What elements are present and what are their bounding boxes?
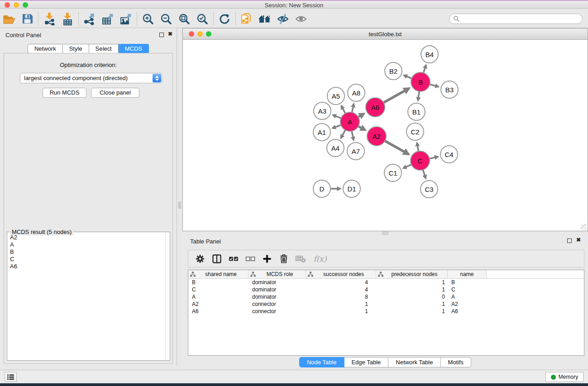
export-table-icon[interactable] bbox=[99, 11, 117, 27]
table-row-C[interactable]: Cdominator41C bbox=[188, 286, 584, 293]
show-column-icon[interactable] bbox=[210, 253, 223, 265]
column-header-MCDS-role[interactable]: MCDS role bbox=[249, 270, 306, 278]
cell-name: A6 bbox=[448, 308, 487, 315]
graph-node-A5[interactable]: A5 bbox=[327, 87, 344, 105]
zoom-fit-icon[interactable] bbox=[175, 11, 193, 27]
horizontal-split-handle[interactable] bbox=[382, 232, 388, 235]
graph-node-C3[interactable]: C3 bbox=[421, 181, 438, 198]
tab-motifs[interactable]: Motifs bbox=[440, 357, 471, 367]
close-panel-icon[interactable]: ✖ bbox=[168, 31, 172, 37]
export-network-icon[interactable] bbox=[81, 11, 99, 27]
network-from-file-icon[interactable] bbox=[238, 11, 256, 27]
table-close-panel-icon[interactable]: ✖ bbox=[576, 237, 581, 243]
graph-node-B2[interactable]: B2 bbox=[385, 62, 402, 80]
graph-node-A1[interactable]: A1 bbox=[313, 124, 330, 141]
vertical-split-handle[interactable] bbox=[178, 202, 181, 209]
svg-text:A4: A4 bbox=[331, 144, 339, 152]
graph-node-B3[interactable]: B3 bbox=[441, 81, 458, 98]
memory-status-button[interactable]: Memory bbox=[545, 372, 583, 382]
graph-node-A4[interactable]: A4 bbox=[327, 139, 344, 157]
tab-network-table[interactable]: Network Table bbox=[388, 357, 440, 367]
import-table-icon[interactable] bbox=[58, 11, 76, 27]
graph-node-D1[interactable]: D1 bbox=[343, 180, 360, 197]
graph-node-A3[interactable]: A3 bbox=[314, 102, 331, 119]
cell-successor-nodes: 8 bbox=[306, 293, 376, 300]
control-panel-tabs: NetworkStyleSelectMCDS bbox=[0, 44, 177, 53]
show-graphics-details-icon[interactable] bbox=[292, 11, 310, 27]
cell-predecessor-nodes: 1 bbox=[376, 279, 448, 286]
zoom-in-icon[interactable] bbox=[139, 11, 157, 27]
graph-node-A2[interactable]: A2 bbox=[367, 127, 386, 146]
home-icon[interactable] bbox=[256, 11, 274, 27]
session-title: Session: New Session bbox=[0, 2, 588, 9]
mcds-result-item[interactable]: A bbox=[8, 241, 165, 248]
svg-text:B4: B4 bbox=[425, 51, 434, 58]
mcds-result-item[interactable]: C bbox=[8, 256, 165, 263]
column-header-shared-name[interactable]: shared name bbox=[188, 270, 249, 278]
settings-gear-icon[interactable] bbox=[194, 253, 206, 265]
graph-node-C[interactable]: C bbox=[411, 151, 430, 170]
float-panel-icon[interactable] bbox=[159, 33, 164, 37]
table-panel-tabs: Node TableEdge TableNetwork TableMotifs bbox=[299, 357, 471, 367]
mcds-result-scrollbar[interactable] bbox=[165, 233, 169, 360]
tab-style[interactable]: Style bbox=[63, 44, 89, 53]
mcds-result-item[interactable]: B bbox=[8, 248, 165, 256]
table-row-A2[interactable]: A2connector11A2 bbox=[188, 300, 584, 308]
graph-node-A6[interactable]: A6 bbox=[366, 98, 385, 117]
mcds-result-item[interactable]: A6 bbox=[8, 263, 165, 270]
svg-text:A5: A5 bbox=[332, 92, 340, 100]
graph-node-C2[interactable]: C2 bbox=[406, 123, 424, 140]
table-row-A6[interactable]: A6connector11A6 bbox=[188, 308, 584, 315]
svg-text:A6: A6 bbox=[371, 104, 379, 111]
tab-node-table[interactable]: Node Table bbox=[299, 357, 344, 367]
zoom-selected-icon[interactable] bbox=[193, 11, 211, 27]
open-session-icon[interactable] bbox=[0, 11, 18, 27]
select-all-icon[interactable] bbox=[227, 253, 240, 265]
column-header-name[interactable]: name bbox=[448, 270, 487, 278]
graph-node-A[interactable]: A bbox=[340, 112, 359, 131]
graph-node-A8[interactable]: A8 bbox=[348, 84, 365, 101]
mcds-result-item[interactable]: A2 bbox=[8, 234, 165, 241]
save-session-icon[interactable] bbox=[18, 11, 36, 27]
table-row-A[interactable]: Adominator80A bbox=[188, 293, 584, 300]
graph-node-B[interactable]: B bbox=[411, 72, 430, 91]
graph-node-C1[interactable]: C1 bbox=[384, 164, 402, 181]
graph-node-D[interactable]: D bbox=[313, 180, 330, 197]
tab-select[interactable]: Select bbox=[89, 44, 119, 53]
criterion-dropdown[interactable]: largest connected component (directed) bbox=[20, 73, 162, 83]
hide-graphics-details-icon[interactable] bbox=[274, 11, 292, 27]
svg-text:D1: D1 bbox=[347, 185, 356, 193]
column-header-predecessor-nodes[interactable]: predecessor nodes bbox=[376, 270, 448, 278]
memory-status-dot bbox=[551, 375, 556, 380]
title-bar: Session: New Session bbox=[0, 0, 588, 9]
control-panel-title: Control Panel bbox=[5, 32, 41, 38]
column-header-successor-nodes[interactable]: successor nodes bbox=[306, 270, 376, 278]
function-builder-icon[interactable]: f(x) bbox=[311, 253, 329, 265]
window-resize-grip[interactable] bbox=[581, 224, 587, 230]
network-window-titlebar[interactable]: testGlobe.txt bbox=[183, 29, 588, 40]
run-mcds-button[interactable]: Run MCDS bbox=[43, 88, 86, 98]
delete-table-icon[interactable] bbox=[294, 253, 307, 265]
graph-node-A7[interactable]: A7 bbox=[347, 143, 364, 160]
graph-node-C4[interactable]: C4 bbox=[440, 146, 458, 163]
table-float-panel-icon[interactable] bbox=[567, 238, 572, 243]
search-input[interactable] bbox=[449, 14, 583, 24]
network-canvas[interactable]: B4B2BB3A5A8A6A3B1AA1C2A2A4A7C4CC1C3DD1 bbox=[183, 40, 588, 231]
unselect-all-icon[interactable] bbox=[244, 253, 257, 265]
export-image-icon[interactable] bbox=[117, 11, 135, 27]
task-history-list-button[interactable] bbox=[5, 372, 17, 382]
graph-node-B1[interactable]: B1 bbox=[408, 103, 425, 120]
import-network-icon[interactable] bbox=[40, 11, 58, 27]
table-row-B[interactable]: Bdominator41B bbox=[188, 279, 584, 286]
cell-MCDS-role: dominator bbox=[249, 293, 306, 300]
close-panel-button[interactable]: Close panel bbox=[91, 88, 139, 98]
tab-network[interactable]: Network bbox=[28, 44, 63, 53]
graph-node-B4[interactable]: B4 bbox=[421, 46, 438, 63]
zoom-out-icon[interactable] bbox=[157, 11, 175, 27]
svg-text:B3: B3 bbox=[445, 86, 454, 94]
refresh-view-icon[interactable] bbox=[215, 11, 234, 27]
delete-column-icon[interactable] bbox=[277, 253, 290, 265]
add-column-icon[interactable] bbox=[261, 253, 273, 265]
tab-mcds[interactable]: MCDS bbox=[119, 44, 149, 53]
tab-edge-table[interactable]: Edge Table bbox=[344, 357, 388, 367]
